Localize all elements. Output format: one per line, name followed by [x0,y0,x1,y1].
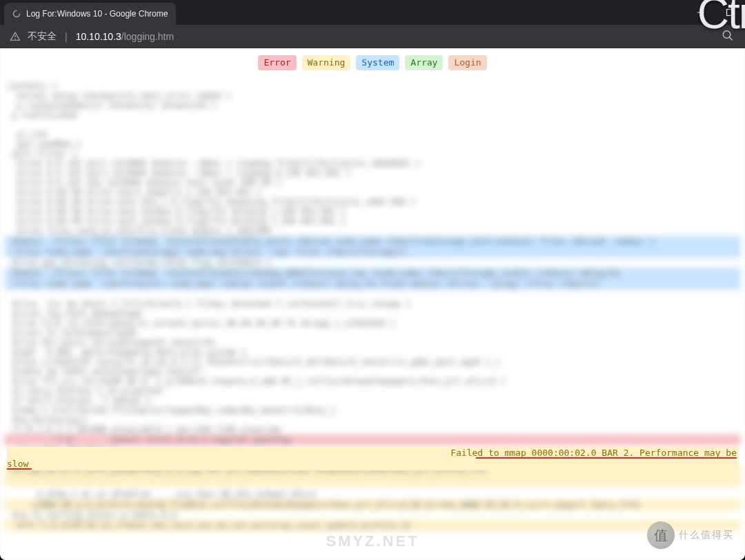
filter-warning[interactable]: Warning [302,55,351,70]
maximize-button[interactable] [720,3,739,22]
log-warning-text-line2: slow [7,459,28,469]
page-content: Error Warning System Array Login content… [0,48,745,560]
url-path: /logging.htm [121,31,174,42]
svg-rect-1 [727,10,733,16]
log-warning-line-2: slow [7,458,738,470]
svg-line-5 [729,37,733,41]
window-controls [691,0,739,25]
insecure-label: 不安全 [28,30,57,43]
watermark-right: 值 什么值得买 [630,519,734,552]
address-separator: | [65,31,68,42]
loading-spinner-icon [12,10,21,18]
browser-tab[interactable]: Log For:Windows 10 - Google Chrome [4,3,176,25]
watermark-right-text: 什么值得买 [679,529,734,541]
minimize-button[interactable] [691,3,711,22]
log-filter-row: Error Warning System Array Login [0,48,745,76]
svg-point-3 [14,39,15,39]
titlebar: Log For:Windows 10 - Google Chrome Ctr [0,0,745,25]
filter-login[interactable]: Login [448,55,486,70]
tab-title: Log For:Windows 10 - Google Chrome [26,9,168,19]
filter-array[interactable]: Array [405,55,443,70]
svg-point-4 [723,31,731,39]
browser-window: Log For:Windows 10 - Google Chrome Ctr 不… [0,0,745,560]
error-underline-2 [7,468,32,470]
address-bar[interactable]: 不安全 | 10.10.10.3/logging.htm [0,25,745,48]
log-output: contents { kernel_setup_checkpoints_main… [7,81,738,546]
url: 10.10.10.3/logging.htm [76,31,174,42]
watermark-badge-icon: 值 [647,521,675,549]
filter-error[interactable]: Error [258,55,296,70]
watermark-center: SMYZ.NET [326,532,419,550]
url-host: 10.10.10.3 [76,31,121,42]
log-warning-text-right: Failed to mmap 0000:00:02.0 BAR 2. Perfo… [450,448,737,458]
filter-system[interactable]: System [356,55,399,70]
insecure-warning-icon [10,31,21,42]
search-icon[interactable] [722,30,734,44]
